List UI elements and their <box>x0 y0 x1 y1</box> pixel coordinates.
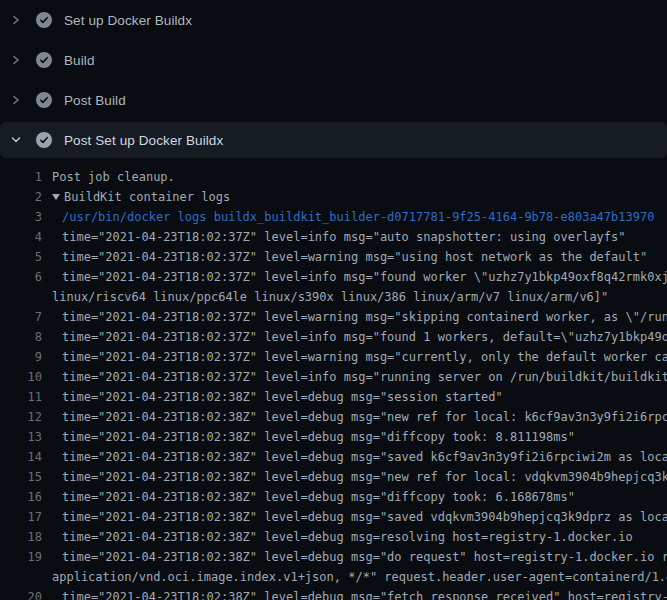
log-text: time="2021-04-23T18:02:38Z" level=debug … <box>62 547 667 567</box>
log-text: time="2021-04-23T18:02:38Z" level=debug … <box>62 487 575 507</box>
log-text: time="2021-04-23T18:02:38Z" level=debug … <box>62 467 667 487</box>
log-line-continuation: application/vnd.oci.image.index.v1+json,… <box>0 567 667 587</box>
log-text: time="2021-04-23T18:02:38Z" level=debug … <box>62 527 633 547</box>
group-collapse-triangle-icon[interactable] <box>52 194 60 200</box>
log-line: 16time="2021-04-23T18:02:38Z" level=debu… <box>0 487 667 507</box>
line-number[interactable]: 19 <box>0 547 42 567</box>
line-number[interactable]: 20 <box>0 587 42 600</box>
log-text: time="2021-04-23T18:02:37Z" level=info m… <box>62 227 626 247</box>
step-build[interactable]: Build <box>0 40 667 80</box>
log-line: 18time="2021-04-23T18:02:38Z" level=debu… <box>0 527 667 547</box>
step-label: Post Build <box>64 93 126 108</box>
log-line: 19time="2021-04-23T18:02:38Z" level=debu… <box>0 547 667 567</box>
steps-list: Set up Docker BuildxBuildPost BuildPost … <box>0 0 667 158</box>
log-text: time="2021-04-23T18:02:37Z" level=warnin… <box>62 347 667 367</box>
line-number[interactable]: 11 <box>0 387 42 407</box>
line-number[interactable]: 12 <box>0 407 42 427</box>
chevron-right-icon[interactable] <box>8 12 24 28</box>
line-number[interactable]: 17 <box>0 507 42 527</box>
step-set-up-docker-buildx[interactable]: Set up Docker Buildx <box>0 0 667 40</box>
line-number[interactable]: 16 <box>0 487 42 507</box>
line-number[interactable]: 3 <box>0 207 42 227</box>
log-line: 9time="2021-04-23T18:02:37Z" level=warni… <box>0 347 667 367</box>
line-number[interactable]: 10 <box>0 367 42 387</box>
step-label: Build <box>64 53 95 68</box>
log-text: time="2021-04-23T18:02:37Z" level=warnin… <box>62 247 647 267</box>
log-line: 7time="2021-04-23T18:02:37Z" level=warni… <box>0 307 667 327</box>
log-line: 12time="2021-04-23T18:02:38Z" level=debu… <box>0 407 667 427</box>
log-line-continuation: linux/riscv64 linux/ppc64le linux/s390x … <box>0 287 667 307</box>
step-post-build[interactable]: Post Build <box>0 80 667 120</box>
log-line: 15time="2021-04-23T18:02:38Z" level=debu… <box>0 467 667 487</box>
log-line: 20time="2021-04-23T18:02:38Z" level=debu… <box>0 587 667 600</box>
check-circle-icon <box>36 132 52 148</box>
log-line: 17time="2021-04-23T18:02:38Z" level=debu… <box>0 507 667 527</box>
log-line: 6time="2021-04-23T18:02:37Z" level=info … <box>0 267 667 287</box>
log-viewer: 1Post job cleanup.2BuildKit container lo… <box>0 167 667 600</box>
log-text: application/vnd.oci.image.index.v1+json,… <box>52 567 667 587</box>
log-line: 4time="2021-04-23T18:02:37Z" level=info … <box>0 227 667 247</box>
line-number[interactable]: 15 <box>0 467 42 487</box>
log-text: time="2021-04-23T18:02:38Z" level=debug … <box>62 507 667 527</box>
workflow-log-panel: Set up Docker BuildxBuildPost BuildPost … <box>0 0 667 600</box>
log-text: linux/riscv64 linux/ppc64le linux/s390x … <box>52 287 608 307</box>
log-line: 1Post job cleanup. <box>0 167 667 187</box>
log-line: 13time="2021-04-23T18:02:38Z" level=debu… <box>0 427 667 447</box>
log-line: 11time="2021-04-23T18:02:38Z" level=debu… <box>0 387 667 407</box>
log-line: 14time="2021-04-23T18:02:38Z" level=debu… <box>0 447 667 467</box>
chevron-down-icon[interactable] <box>8 132 24 148</box>
log-text: time="2021-04-23T18:02:37Z" level=info m… <box>62 367 667 387</box>
log-text: time="2021-04-23T18:02:37Z" level=info m… <box>62 267 667 287</box>
line-number[interactable]: 14 <box>0 447 42 467</box>
log-text: time="2021-04-23T18:02:37Z" level=warnin… <box>62 307 667 327</box>
log-text: time="2021-04-23T18:02:38Z" level=debug … <box>62 407 667 427</box>
log-text: time="2021-04-23T18:02:38Z" level=debug … <box>62 427 575 447</box>
step-label: Set up Docker Buildx <box>64 13 192 28</box>
log-line: 3/usr/bin/docker logs buildx_buildkit_bu… <box>0 207 667 227</box>
line-number[interactable]: 1 <box>0 167 42 187</box>
log-text: BuildKit container logs <box>52 187 230 207</box>
step-label: Post Set up Docker Buildx <box>64 133 223 148</box>
line-number[interactable]: 18 <box>0 527 42 547</box>
line-number[interactable]: 2 <box>0 187 42 207</box>
check-circle-icon <box>36 52 52 68</box>
log-text: time="2021-04-23T18:02:38Z" level=debug … <box>62 447 667 467</box>
log-line: 5time="2021-04-23T18:02:37Z" level=warni… <box>0 247 667 267</box>
log-text: Post job cleanup. <box>52 167 175 187</box>
check-circle-icon <box>36 92 52 108</box>
line-number[interactable]: 13 <box>0 427 42 447</box>
log-command-text: /usr/bin/docker logs buildx_buildkit_bui… <box>62 207 654 227</box>
log-text: time="2021-04-23T18:02:38Z" level=debug … <box>62 587 667 600</box>
line-number[interactable]: 5 <box>0 247 42 267</box>
check-circle-icon <box>36 12 52 28</box>
chevron-right-icon[interactable] <box>8 52 24 68</box>
line-number[interactable]: 8 <box>0 327 42 347</box>
log-text: time="2021-04-23T18:02:37Z" level=info m… <box>62 327 667 347</box>
line-number[interactable]: 9 <box>0 347 42 367</box>
log-text: time="2021-04-23T18:02:38Z" level=debug … <box>62 387 503 407</box>
chevron-right-icon[interactable] <box>8 92 24 108</box>
step-post-set-up-docker-buildx[interactable]: Post Set up Docker Buildx <box>0 122 667 158</box>
line-number[interactable]: 6 <box>0 267 42 287</box>
log-line: 10time="2021-04-23T18:02:37Z" level=info… <box>0 367 667 387</box>
log-line: 2BuildKit container logs <box>0 187 667 207</box>
line-number[interactable]: 4 <box>0 227 42 247</box>
line-number[interactable]: 7 <box>0 307 42 327</box>
log-line: 8time="2021-04-23T18:02:37Z" level=info … <box>0 327 667 347</box>
